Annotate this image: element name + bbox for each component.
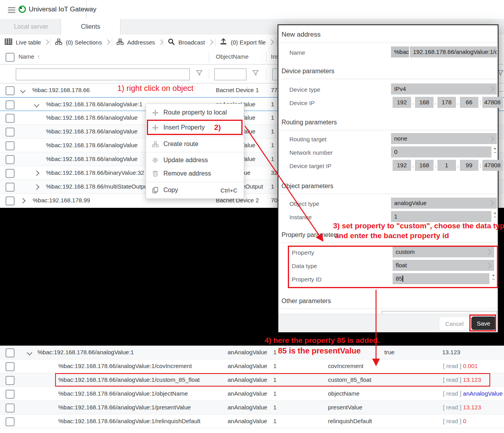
name-label: Name (289, 49, 305, 56)
chevron-right-icon[interactable] (208, 39, 213, 45)
ip-separator: . (435, 99, 436, 105)
chevron-right-icon[interactable] (34, 170, 39, 176)
name-value[interactable]: 192.168.178.66/analogValue:1/custo (410, 46, 497, 57)
row-checkbox[interactable] (6, 403, 15, 413)
device-type-value: IPv4 (394, 85, 406, 92)
ip-port-input[interactable]: 47808 (482, 160, 503, 171)
cancel-button[interactable]: Cancel (439, 316, 470, 331)
chevron-right-icon[interactable] (20, 198, 26, 204)
stepper-down[interactable]: − (491, 278, 496, 281)
filter-funnel-icon[interactable] (252, 70, 259, 78)
chevron-right-icon[interactable] (269, 39, 274, 45)
column-header-objectname[interactable]: ObjectName (216, 53, 248, 60)
row-checkbox[interactable] (6, 169, 15, 178)
annotation-step3-line1: 3) set property to "custom", choose the … (333, 222, 504, 230)
menu-item-create-route[interactable]: Create route (146, 137, 244, 151)
property-select[interactable]: custom (393, 246, 494, 257)
row-checkbox[interactable] (6, 141, 15, 150)
ip-octet-input[interactable]: 178 (437, 97, 456, 108)
device-target-ip-field[interactable]: 192 . 168 . 1 . 99 : 47808 +− (393, 160, 504, 171)
toolbar-broadcast[interactable]: Broadcast (168, 35, 213, 50)
menu-item-copy[interactable]: Copy Ctrl+C (146, 183, 244, 197)
chevron-right-icon[interactable] (105, 39, 110, 45)
row-checkbox[interactable] (6, 86, 15, 95)
sort-asc-icon[interactable]: ↑ (37, 53, 40, 60)
chevron-down-icon[interactable] (20, 88, 26, 93)
chevron-right-icon[interactable] (34, 184, 39, 190)
name-filter-input[interactable] (16, 68, 190, 80)
table-row[interactable]: %bac:192.168.178.66/analogValue:1 anAnal… (0, 346, 504, 359)
chevron-down-icon[interactable] (34, 102, 39, 107)
row-checkbox[interactable] (6, 114, 15, 123)
chevron-right-icon[interactable] (44, 39, 49, 45)
row-checkbox[interactable] (6, 183, 15, 192)
tab-local-server[interactable]: Local server (1, 19, 61, 35)
objectname-filter-input[interactable] (214, 68, 246, 80)
menu-item-route-property[interactable]: Route property to local (146, 105, 244, 120)
toolbar-addresses[interactable]: Addresses (117, 35, 163, 50)
row-checkbox[interactable] (6, 196, 15, 205)
stepper-down[interactable]: − (493, 215, 497, 219)
toolbar-selections[interactable]: (0) Selections (55, 35, 109, 50)
device-type-select[interactable]: IPv4 (391, 83, 497, 94)
property-id-input[interactable]: 85 (393, 273, 489, 284)
row-instance: 1 (271, 139, 274, 152)
device-ip-field[interactable]: 192 . 168 . 178 . 66 : 47808 +− (393, 97, 504, 108)
sitemap-icon (117, 39, 124, 46)
device-ip-label: Device IP (289, 100, 315, 106)
row-objectname: anAnalogValue (228, 414, 267, 428)
section-device-parameters: Device parameters (282, 68, 334, 75)
property-id-stepper[interactable]: +− (491, 274, 496, 281)
row-checkbox[interactable] (6, 348, 15, 357)
plus-icon (152, 124, 159, 131)
menu-item-insert-property[interactable]: Insert Property 2) (146, 120, 244, 135)
row-checkbox[interactable] (6, 390, 15, 399)
hamburger-menu-icon[interactable] (8, 6, 15, 14)
tab-clients[interactable]: Clients (61, 19, 120, 35)
row-checkbox[interactable] (6, 155, 15, 164)
name-field[interactable]: %bac: 192.168.178.66/analogValue:1/custo (391, 46, 497, 57)
network-number-stepper[interactable]: +− (493, 147, 497, 154)
ip-port-input[interactable]: 47808 (482, 97, 503, 108)
ip-octet-input[interactable]: 168 (415, 160, 434, 171)
routing-target-select[interactable]: none (391, 133, 497, 144)
table-row-custom-85[interactable]: %bac:192.168.178.66/analogValue:1/custom… (0, 373, 504, 387)
table-row[interactable]: %bac:192.168.178.66/analogValue:1/relinq… (0, 414, 504, 428)
ip-octet-input[interactable]: 1 (437, 160, 456, 171)
table-row[interactable]: %bac:192.168.178.66/analogValue:1/object… (0, 387, 504, 401)
chevron-right-icon[interactable] (158, 39, 163, 45)
ip-octet-input[interactable]: 66 (460, 97, 478, 108)
save-button[interactable]: Save (471, 316, 496, 330)
ip-octet-input[interactable]: 99 (460, 160, 478, 171)
network-number-input[interactable]: 0 (391, 146, 491, 157)
stepper-down[interactable]: − (493, 151, 497, 154)
instance-stepper[interactable]: +− (493, 212, 497, 219)
instance-input[interactable]: 1 (391, 211, 491, 222)
row-value: 13.123 (463, 376, 481, 383)
row-checkbox[interactable] (6, 128, 15, 137)
toolbar-live-table[interactable]: Live table (5, 35, 48, 50)
row-objectname: anAnalogValue (228, 401, 267, 414)
filter-funnel-icon[interactable] (196, 70, 203, 78)
menu-item-update-address[interactable]: Update address (146, 154, 244, 167)
ip-octet-input[interactable]: 192 (393, 97, 411, 108)
ip-octet-input[interactable]: 168 (415, 97, 434, 108)
ip-octet-input[interactable]: 192 (393, 160, 411, 171)
row-checkbox[interactable] (6, 362, 15, 371)
chevron-down-icon[interactable] (27, 350, 32, 355)
table-row[interactable]: %bac:192.168.178.66/analogValue:1/covInc… (0, 359, 504, 373)
section-property-parameters: Property parameters (282, 231, 339, 239)
row-checkbox[interactable] (6, 100, 15, 109)
menu-item-remove-address[interactable]: Remove address (146, 167, 244, 180)
column-header-name[interactable]: Name (19, 53, 34, 60)
select-all-checkbox[interactable] (6, 53, 15, 62)
row-checkbox[interactable] (6, 376, 15, 385)
divider (112, 38, 112, 46)
table-row[interactable]: %bac:192.168.178.66/analogValue:1/presen… (0, 401, 504, 414)
routing-target-label: Routing target (289, 136, 326, 142)
row-checkbox[interactable] (6, 417, 15, 426)
section-other-parameters: Other parameters (282, 298, 331, 305)
toolbar-export-file[interactable]: (0) Export file (220, 35, 273, 50)
object-type-select[interactable]: analogValue (391, 198, 497, 209)
data-type-select[interactable]: float (393, 260, 494, 271)
